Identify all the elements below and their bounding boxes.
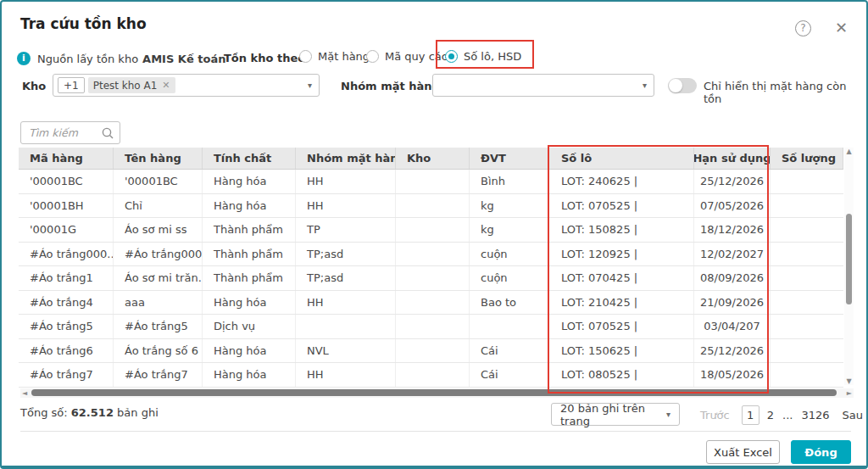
- cell: TP;asd: [296, 266, 396, 290]
- cell: [771, 266, 843, 290]
- table-row[interactable]: '00001GÁo sơ mi ssThành phẩmTPkgLOT: 150…: [19, 218, 843, 243]
- cell: HH: [296, 194, 396, 218]
- vertical-scrollbar[interactable]: ▲ ▼: [844, 148, 854, 385]
- cell: NVL: [296, 339, 396, 363]
- table-row[interactable]: #Áo trắng000...#Áo trắng000...Thành phẩm…: [19, 243, 843, 267]
- col-han-su-dung: Hạn sử dụng: [694, 148, 771, 169]
- table-row[interactable]: #Áo trắng7#Áo trắng7Hàng hóaHHCáiLOT: 08…: [19, 363, 843, 388]
- radio-ma-quy-cach[interactable]: Mã quy cách: [366, 50, 454, 63]
- cell: [396, 218, 470, 242]
- col-tinh-chat: Tính chất: [203, 148, 296, 169]
- cell: Thành phẩm: [203, 218, 296, 242]
- cell: 25/12/2026: [694, 339, 771, 363]
- cell: [771, 243, 843, 266]
- prev-page-button[interactable]: Trước: [700, 409, 730, 422]
- kho-chip: Ptest kho A1 ✕: [88, 77, 175, 93]
- table-row[interactable]: #Áo trắng6Áo trắng số 6Hàng hóaNVLCáiLOT…: [19, 339, 843, 364]
- cell: kg: [470, 194, 548, 218]
- cell: [470, 315, 548, 338]
- cell: [396, 339, 470, 363]
- chip-remove-icon[interactable]: ✕: [162, 80, 170, 91]
- radio-mat-hang[interactable]: Mặt hàng: [299, 50, 370, 63]
- page-size-value: 20 bản ghi trên trang: [560, 402, 666, 427]
- vertical-scrollbar-thumb[interactable]: [846, 214, 852, 304]
- table-header-row: Mã hàng Tên hàng Tính chất Nhóm mặt hàng…: [19, 148, 843, 170]
- cell: LOT: 210425 |: [548, 291, 694, 315]
- cell: [396, 266, 470, 290]
- radio-label: Mặt hàng: [318, 50, 370, 63]
- scroll-left-icon[interactable]: ◄: [22, 388, 27, 398]
- chevron-down-icon[interactable]: ▾: [666, 410, 670, 419]
- table-row[interactable]: '00001BHChỉHàng hóaHHkgLOT: 070525 |07/0…: [19, 194, 843, 219]
- cell: '00001BC: [19, 170, 114, 193]
- col-so-luong: Số lượng: [771, 148, 843, 169]
- cell: aaa: [114, 291, 203, 315]
- search-input[interactable]: [27, 126, 95, 140]
- kho-chip-label: Ptest kho A1: [93, 80, 158, 92]
- page-title: Tra cứu tồn kho: [20, 15, 147, 32]
- cell: Cái: [470, 363, 548, 387]
- cell: Hàng hóa: [203, 194, 296, 218]
- horizontal-scrollbar-thumb[interactable]: [31, 389, 837, 396]
- nhom-mat-hang-select[interactable]: ▾: [432, 74, 654, 97]
- toggle-label: Chỉ hiển thị mặt hàng còn tồn: [704, 80, 866, 105]
- page-2-button[interactable]: 2: [767, 409, 774, 422]
- cell: TP;asd: [296, 243, 396, 266]
- chevron-down-icon[interactable]: ▾: [643, 81, 647, 90]
- cell: #Áo trắng6: [19, 339, 114, 363]
- cell: LOT: 070425 |: [548, 266, 694, 290]
- cell: #Áo trắng000...: [19, 243, 114, 266]
- cell: [771, 170, 843, 193]
- only-in-stock-toggle[interactable]: [668, 78, 697, 93]
- pagination: Trước 1 2 ... 3126 Sau: [700, 405, 863, 425]
- export-excel-button[interactable]: Xuất Excel: [706, 440, 780, 464]
- page-1-button[interactable]: 1: [742, 405, 760, 425]
- cell: '00001BH: [19, 194, 114, 218]
- radio-label: Số lô, HSD: [464, 50, 521, 63]
- cell: [396, 363, 470, 387]
- page-size-select[interactable]: 20 bản ghi trên trang ▾: [551, 403, 680, 426]
- cell: 12/02/2027: [694, 243, 771, 266]
- help-icon[interactable]: ?: [795, 20, 811, 36]
- radio-so-lo-hsd[interactable]: Số lô, HSD: [445, 50, 521, 63]
- cell: TP: [296, 218, 396, 242]
- cell: Thành phẩm: [203, 243, 296, 266]
- radio-icon: [299, 50, 312, 63]
- radio-label: Mã quy cách: [385, 50, 454, 63]
- close-button[interactable]: Đóng: [791, 440, 851, 464]
- scroll-up-icon[interactable]: ▲: [844, 148, 854, 155]
- scroll-down-icon[interactable]: ▼: [844, 377, 854, 385]
- table-row[interactable]: '00001BC'00001BCHàng hóaHHBìnhLOT: 24062…: [19, 170, 843, 194]
- close-icon[interactable]: ✕: [835, 19, 848, 36]
- cell: [771, 194, 843, 218]
- cell: '00001BC: [114, 170, 203, 193]
- page-ellipsis: ...: [782, 409, 793, 422]
- cell: Hàng hóa: [203, 339, 296, 363]
- cell: #Áo trắng7: [114, 363, 203, 387]
- next-page-button[interactable]: Sau: [843, 409, 863, 422]
- cell: 25/12/2026: [694, 170, 771, 193]
- cell: #Áo trắng1: [19, 266, 114, 290]
- cell: LOT: 150825 |: [548, 218, 694, 242]
- cell: [771, 339, 843, 363]
- table-row[interactable]: #Áo trắng5#Áo trắng5Dịch vụLOT: 070525 |…: [19, 315, 843, 339]
- col-ten-hang: Tên hàng: [114, 148, 203, 169]
- cell: Chỉ: [114, 194, 203, 218]
- scroll-right-icon[interactable]: ►: [847, 388, 852, 398]
- total-value: 62.512: [71, 406, 114, 419]
- horizontal-scrollbar[interactable]: ◄ ►: [20, 388, 854, 398]
- search-box: [20, 121, 120, 144]
- chevron-down-icon[interactable]: ▾: [308, 81, 312, 90]
- kho-overflow-chip[interactable]: +1: [58, 77, 85, 93]
- radio-selected-icon: [445, 50, 458, 63]
- kho-select[interactable]: +1 Ptest kho A1 ✕ ▾: [53, 74, 320, 97]
- cell: 03/04/207: [694, 315, 771, 338]
- cell: [396, 243, 470, 266]
- cell: 07/05/2026: [694, 194, 771, 218]
- table-row[interactable]: #Áo trắng4aaaHàng hóaHHBao toLOT: 210425…: [19, 291, 843, 315]
- page-3126-button[interactable]: 3126: [801, 409, 829, 422]
- cell: #Áo trắng7: [19, 363, 114, 387]
- table-row[interactable]: #Áo trắng1Áo sơ mi trăn...Thành phẩmTP;a…: [19, 266, 843, 291]
- total-prefix: Tổng số:: [20, 406, 68, 419]
- viewby-label: Tồn kho theo: [224, 52, 305, 64]
